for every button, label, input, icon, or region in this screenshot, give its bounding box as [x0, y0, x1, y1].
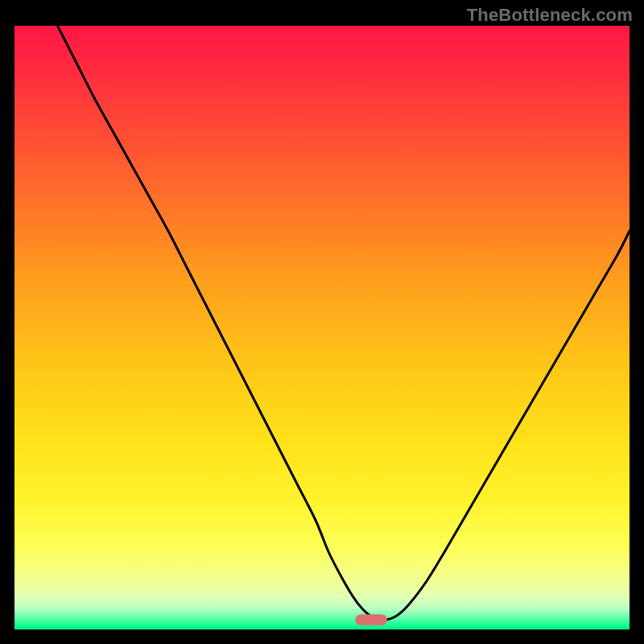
optimal-marker — [355, 614, 387, 625]
bottleneck-chart — [14, 26, 630, 630]
chart-container: TheBottleneck.com — [0, 0, 644, 644]
watermark-text: TheBottleneck.com — [467, 5, 633, 26]
plot-area — [14, 26, 630, 630]
